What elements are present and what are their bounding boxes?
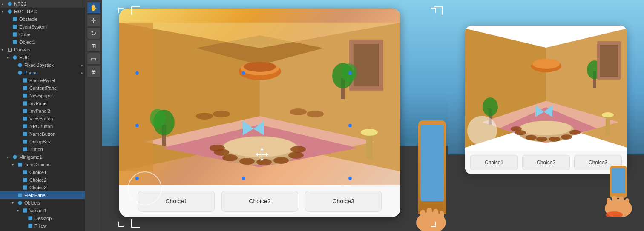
icon-phone xyxy=(17,70,23,76)
selection-corner-br xyxy=(431,222,436,227)
game-viewport: ✋ ✛ ↻ ⊞ ▭ ⊕ xyxy=(85,0,448,231)
scale-tool[interactable]: ⊞ xyxy=(87,40,101,52)
selection-corner-tr xyxy=(431,8,436,13)
hand-phone-overlay xyxy=(601,166,635,218)
hierarchy-item-hud[interactable]: ▾HUD xyxy=(0,54,85,61)
hierarchy-item-invpanel[interactable]: InvPanel xyxy=(0,100,85,107)
label-npcbutton: NPCButton xyxy=(29,124,53,129)
expand-arrow-hud: ▾ xyxy=(7,56,12,60)
svg-point-74 xyxy=(467,116,497,145)
label-desktop: Desktop xyxy=(34,216,52,221)
sel-dot-tm xyxy=(242,71,245,75)
icon-choice3 xyxy=(22,185,28,191)
corner-bl xyxy=(131,219,140,228)
hierarchy-item-canvas[interactable]: ▾Canvas xyxy=(0,46,85,54)
hierarchy-item-minigame1[interactable]: ▾Minigame1 xyxy=(0,153,85,161)
hierarchy-item-desktop[interactable]: Desktop xyxy=(0,214,85,222)
custom-tool[interactable]: ⊕ xyxy=(87,66,101,77)
icon-obstacle xyxy=(12,16,18,22)
hierarchy-item-fieldpanel[interactable]: FieldPanel xyxy=(0,191,85,199)
svg-point-11 xyxy=(224,137,296,157)
svg-rect-8 xyxy=(354,44,379,86)
label-namebutton: NameButton xyxy=(29,131,55,137)
preview-choice1[interactable]: Choice1 xyxy=(470,155,518,170)
expand-arrow-npc2: ▸ xyxy=(2,2,7,6)
rect-icon: ▭ xyxy=(91,55,96,62)
label-eventsystem: EventSystem xyxy=(19,24,47,29)
icon-fieldpanel xyxy=(17,192,23,198)
right-arrow-fixedjoystick: ▸ xyxy=(81,63,83,67)
svg-point-54 xyxy=(520,121,572,135)
svg-rect-80 xyxy=(619,197,624,210)
hierarchy-item-npc2[interactable]: ▸NPC2 xyxy=(0,0,85,8)
svg-rect-66 xyxy=(606,116,610,135)
svg-point-56 xyxy=(526,135,537,140)
hierarchy-item-button[interactable]: Button xyxy=(0,145,85,153)
label-contentpanel: ContentPanel xyxy=(29,86,58,91)
hierarchy-item-eventsystem[interactable]: EventSystem xyxy=(0,23,85,31)
hierarchy-item-object1[interactable]: Object1 xyxy=(0,38,85,46)
svg-rect-6 xyxy=(119,23,153,171)
hierarchy-item-newspaper[interactable]: Newspaper xyxy=(0,92,85,100)
icon-minigame1 xyxy=(12,154,18,160)
hierarchy-item-namebutton[interactable]: NameButton xyxy=(0,130,85,138)
label-choice3: Choice3 xyxy=(29,185,46,190)
expand-arrow-minigame1: ▾ xyxy=(7,155,12,159)
icon-cube xyxy=(12,31,18,37)
icon-hud xyxy=(12,54,18,60)
svg-rect-78 xyxy=(607,198,611,211)
hierarchy-item-pillow[interactable]: Pillow xyxy=(0,222,85,230)
label-hud: HUD xyxy=(19,55,29,60)
hierarchy-item-contentpanel[interactable]: ContentPanel xyxy=(0,84,85,92)
corner-tl xyxy=(131,6,140,15)
svg-point-18 xyxy=(290,146,306,153)
hierarchy-item-invpanel2[interactable]: InvPanel2 xyxy=(0,107,85,115)
icon-contentpanel xyxy=(22,85,28,91)
hierarchy-item-cube[interactable]: Cube xyxy=(0,31,85,38)
hierarchy-item-mg1npc[interactable]: ▸MG1_NPC xyxy=(0,8,85,15)
hierarchy-item-itemchoices[interactable]: ▾ItemChoices xyxy=(0,161,85,168)
label-pillow: Pillow xyxy=(34,223,47,228)
icon-invpanel xyxy=(22,100,28,106)
choice2-button[interactable]: Choice2 xyxy=(221,191,298,212)
svg-point-57 xyxy=(536,137,547,142)
hierarchy-item-fixedjoystick[interactable]: Fixed Joystick▸ xyxy=(0,61,85,69)
hierarchy-item-phonepanel[interactable]: PhonePanel xyxy=(0,77,85,84)
icon-itemchoices xyxy=(17,162,23,168)
svg-rect-76 xyxy=(612,168,625,193)
hierarchy-item-dialogbox[interactable]: DialogBox xyxy=(0,138,85,145)
room-svg xyxy=(119,9,400,185)
selection-corner-tl xyxy=(118,8,124,13)
rotate-tool[interactable]: ↻ xyxy=(87,27,101,39)
hand-tool[interactable]: ✋ xyxy=(87,2,101,14)
hierarchy-item-objects[interactable]: ▾Objects xyxy=(0,199,85,207)
move-tool[interactable]: ✛ xyxy=(87,14,101,26)
expand-arrow-itemchoices: ▾ xyxy=(12,163,17,167)
svg-point-32 xyxy=(244,62,276,72)
svg-rect-79 xyxy=(612,196,617,210)
svg-point-26 xyxy=(150,109,165,128)
choice3-button[interactable]: Choice3 xyxy=(305,191,382,212)
svg-point-14 xyxy=(239,158,255,165)
hierarchy-item-choice1[interactable]: Choice1 xyxy=(0,168,85,176)
hierarchy-item-npcbutton[interactable]: NPCButton xyxy=(0,123,85,130)
hand-icon: ✋ xyxy=(90,4,97,11)
hierarchy-item-variant1[interactable]: ▾Variant1 xyxy=(0,207,85,214)
rect-tool[interactable]: ▭ xyxy=(87,53,101,65)
label-dialogbox: DialogBox xyxy=(29,139,51,144)
toolbar: ✋ ✛ ↻ ⊞ ▭ ⊕ xyxy=(85,0,102,231)
svg-point-17 xyxy=(288,152,304,159)
svg-rect-73 xyxy=(600,45,618,77)
hierarchy-item-choice2[interactable]: Choice2 xyxy=(0,176,85,184)
icon-eventsystem xyxy=(12,24,18,30)
label-objects: Objects xyxy=(24,200,40,205)
icon-dialogbox xyxy=(22,139,28,145)
hierarchy-item-viewbutton[interactable]: ViewButton xyxy=(0,115,85,123)
label-canvas: Canvas xyxy=(14,47,30,52)
hierarchy-item-phone[interactable]: Phone▸ xyxy=(0,69,85,77)
preview-choice2[interactable]: Choice2 xyxy=(522,155,570,170)
icon-phonepanel xyxy=(22,77,28,83)
label-npc2: NPC2 xyxy=(14,1,26,6)
hierarchy-item-obstacle[interactable]: Obstacle xyxy=(0,15,85,23)
hierarchy-item-choice3[interactable]: Choice3 xyxy=(0,184,85,191)
